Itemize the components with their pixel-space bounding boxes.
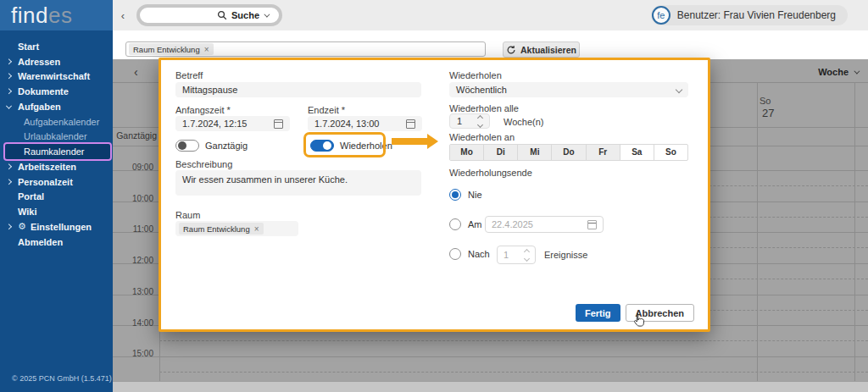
sidebar-item-label: Dokumente bbox=[0, 86, 69, 97]
weekday-fr[interactable]: Fr bbox=[586, 145, 620, 160]
sidebar-item-label: Adressen bbox=[0, 57, 60, 67]
weekday-so[interactable]: So bbox=[654, 145, 687, 160]
end-date-value: 22.4.2025 bbox=[492, 219, 587, 229]
search-input[interactable]: Suche bbox=[136, 4, 282, 26]
repeat-interval-unit: Woche(n) bbox=[504, 117, 543, 127]
chevron-down-icon bbox=[264, 11, 270, 17]
end-time-label: Endzeit * bbox=[308, 105, 345, 115]
sidebar-item-abmelden[interactable]: Abmelden bbox=[0, 235, 113, 250]
horizontal-scrollbar[interactable] bbox=[113, 381, 868, 392]
start-time-label: Anfangszeit * bbox=[175, 105, 231, 115]
room-tag[interactable]: Raum Entwicklung × bbox=[179, 223, 264, 235]
search-label: Suche bbox=[231, 10, 259, 20]
close-icon[interactable]: × bbox=[254, 224, 259, 234]
allday-toggle[interactable] bbox=[175, 140, 199, 152]
radio-end-on-date[interactable] bbox=[449, 218, 461, 230]
spinner-buttons[interactable] bbox=[478, 116, 482, 127]
sidebar-item-wiki[interactable]: Wiki bbox=[0, 204, 113, 219]
occurrence-count-value: 1 bbox=[504, 250, 509, 260]
chevron-down-icon bbox=[676, 86, 682, 93]
repeat-interval-value: 1 bbox=[457, 116, 462, 126]
end-time-value: 1.7.2024, 13:00 bbox=[314, 119, 406, 129]
calendar-icon[interactable] bbox=[406, 119, 415, 129]
sidebar-item-start[interactable]: Start bbox=[0, 39, 113, 54]
app-logo[interactable]: findes bbox=[0, 0, 113, 30]
repeat-frequency-select[interactable]: Wöchentlich bbox=[449, 82, 688, 97]
room-filter-tag-label: Raum Entwicklung bbox=[133, 45, 200, 54]
refresh-icon bbox=[506, 45, 516, 55]
user-menu[interactable]: fe Benutzer: Frau Vivien Freudenberg bbox=[651, 5, 848, 25]
repeat-toggle-label: Wiederholen bbox=[340, 141, 392, 151]
sidebar-item-aufgaben[interactable]: Aufgaben bbox=[0, 99, 113, 114]
radio-end-after[interactable] bbox=[449, 248, 461, 260]
calendar-icon[interactable] bbox=[274, 119, 283, 129]
chevron-up-icon bbox=[524, 248, 530, 254]
sidebar-item-label: Urlaubkalender bbox=[0, 131, 87, 141]
user-name: Benutzer: Frau Vivien Freudenberg bbox=[677, 9, 836, 21]
room-filter-input[interactable]: Raum Entwicklung × bbox=[125, 41, 486, 57]
weekday-sa[interactable]: Sa bbox=[620, 145, 654, 160]
cancel-button[interactable]: Abbrechen bbox=[626, 304, 694, 322]
sidebar-item-portal[interactable]: Portal bbox=[0, 190, 113, 205]
room-filter-tag[interactable]: Raum Entwicklung × bbox=[129, 43, 214, 55]
calendar-icon[interactable] bbox=[587, 220, 597, 229]
repeat-every-label: Wiederholen alle bbox=[449, 103, 519, 113]
refresh-button[interactable]: Aktualisieren bbox=[503, 41, 580, 58]
sidebar-item-adressen[interactable]: Adressen bbox=[0, 54, 113, 69]
room-input[interactable]: Raum Entwicklung × bbox=[175, 221, 298, 236]
occurrence-unit-label: Ereignisse bbox=[544, 250, 587, 260]
copyright-version: © 2025 PCN GmbH (1.5.471) bbox=[12, 374, 112, 383]
done-button[interactable]: Fertig bbox=[576, 304, 620, 322]
sidebar-item-einstellungen[interactable]: ⚙Einstellungen bbox=[0, 219, 113, 235]
subject-input[interactable]: Mittagspause bbox=[175, 82, 421, 97]
appointment-dialog: Betreff Mittagspause Anfangszeit * Endze… bbox=[159, 58, 710, 332]
sidebar-collapse-button[interactable]: ‹ bbox=[116, 8, 130, 23]
repeat-toggle[interactable] bbox=[310, 140, 334, 152]
chevron-down-icon bbox=[477, 121, 483, 127]
sidebar-item-label: Wiki bbox=[0, 207, 37, 217]
sidebar-item-arbeitszeiten[interactable]: Arbeitszeiten bbox=[0, 159, 113, 174]
room-tag-label: Raum Entwicklung bbox=[183, 224, 250, 234]
description-textarea[interactable]: Wir essen zusammen in unserer Küche. bbox=[175, 170, 421, 196]
sidebar-item-dokumente[interactable]: Dokumente bbox=[0, 84, 113, 99]
chevron-down-icon bbox=[524, 255, 530, 261]
sidebar-item-label: Raumkalender bbox=[0, 146, 85, 157]
sidebar-item-label: Arbeitszeiten bbox=[0, 162, 76, 172]
start-time-input[interactable]: 1.7.2024, 12:15 bbox=[175, 116, 290, 131]
close-icon[interactable]: × bbox=[204, 45, 209, 54]
room-label: Raum bbox=[175, 210, 200, 220]
weekday-di[interactable]: Di bbox=[483, 145, 517, 160]
weekday-selector: Mo Di Mi Do Fr Sa So bbox=[449, 144, 688, 161]
spinner-buttons[interactable] bbox=[525, 250, 529, 261]
weekday-do[interactable]: Do bbox=[551, 145, 585, 160]
weekday-mo[interactable]: Mo bbox=[450, 145, 483, 160]
sidebar-item-personalzeit[interactable]: Personalzeit bbox=[0, 174, 113, 190]
annotation-arrow-icon bbox=[392, 138, 427, 145]
radio-never[interactable] bbox=[449, 189, 461, 201]
logo-text-primary: find bbox=[11, 3, 48, 28]
repeat-label: Wiederholen bbox=[449, 70, 502, 80]
sidebar-item-label: Aufgabenkalender bbox=[0, 117, 99, 127]
occurrence-count-input[interactable]: 1 bbox=[497, 246, 536, 264]
radio-end-on-date-label: Am bbox=[468, 219, 482, 229]
sidebar-nav: Start Adressen Warenwirtschaft Dokumente… bbox=[0, 39, 113, 250]
sidebar-item-label: Einstellungen bbox=[12, 222, 92, 232]
chevron-left-icon: ‹ bbox=[121, 9, 125, 22]
description-label: Beschreibung bbox=[175, 159, 232, 169]
weekday-mi[interactable]: Mi bbox=[517, 145, 551, 160]
subject-value: Mittagspause bbox=[182, 85, 237, 95]
description-value: Wir essen zusammen in unserer Küche. bbox=[182, 174, 348, 185]
radio-never-label: Nie bbox=[468, 190, 482, 200]
repeat-frequency-value: Wöchentlich bbox=[456, 85, 676, 95]
toggle-knob bbox=[323, 141, 331, 150]
sidebar-item-aufgabenkalender[interactable]: Aufgabenkalender bbox=[0, 114, 113, 130]
sidebar-item-raumkalender[interactable]: Raumkalender bbox=[0, 144, 113, 159]
sidebar-item-label: Aufgaben bbox=[0, 102, 61, 112]
sidebar-item-label: Portal bbox=[0, 191, 44, 202]
end-time-input[interactable]: 1.7.2024, 13:00 bbox=[308, 116, 422, 131]
search-icon bbox=[217, 10, 227, 20]
repeat-interval-input[interactable]: 1 bbox=[449, 113, 490, 129]
sidebar-item-warenwirtschaft[interactable]: Warenwirtschaft bbox=[0, 69, 113, 85]
logo-text-secondary: es bbox=[48, 3, 72, 28]
end-date-input[interactable]: 22.4.2025 bbox=[485, 216, 604, 233]
